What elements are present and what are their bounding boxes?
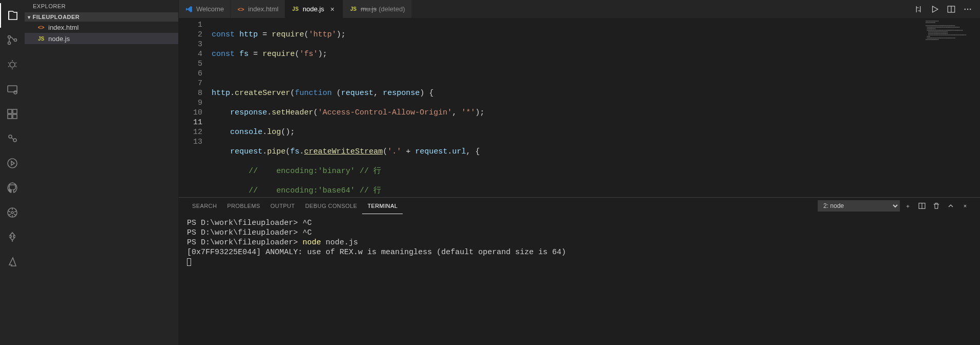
panel-tab-problems[interactable]: PROBLEMS [222, 198, 265, 214]
sidebar-title: EXPLORER [25, 0, 178, 12]
activity-bar [0, 0, 25, 345]
activity-files-icon[interactable] [0, 3, 25, 28]
html-file-icon: <> [237, 5, 245, 13]
svg-rect-7 [13, 109, 17, 113]
svg-point-5 [14, 91, 17, 94]
tab-mu-js[interactable]: JS mu.js (deleted) [343, 0, 411, 18]
tab-node-js[interactable]: JS node.js × [285, 0, 343, 18]
split-terminal-icon[interactable] [915, 199, 929, 213]
compare-icon[interactable] [910, 0, 927, 18]
remote-icon[interactable] [0, 77, 25, 102]
code-editor[interactable]: 12345678910111213 const http = require('… [179, 18, 980, 197]
live-share-icon[interactable] [0, 126, 25, 151]
svg-point-14 [11, 212, 13, 214]
terminal-cursor [187, 258, 191, 266]
editor-tabbar: Welcome <> index.html JS node.js × JS mu… [179, 0, 980, 18]
debug-icon[interactable] [0, 52, 25, 77]
new-terminal-icon[interactable]: ＋ [901, 199, 914, 213]
js-file-icon: JS [37, 34, 45, 43]
bottom-panel: SEARCH PROBLEMS OUTPUT DEBUG CONSOLE TER… [179, 197, 980, 345]
svg-point-17 [967, 8, 968, 9]
svg-rect-6 [8, 109, 12, 113]
split-editor-icon[interactable] [943, 0, 959, 18]
chevron-down-icon: ▾ [28, 14, 31, 20]
minimap[interactable]: ▄▄▄▄▄▄▄▄▄▄▄▄ ▄▄▄▄▄▄▄▄▄ ▄▄▄▄▄▄▄▄▄▄▄▄▄▄▄▄▄… [924, 18, 980, 197]
vscode-icon [185, 5, 193, 13]
svg-point-12 [8, 159, 17, 168]
panel-tab-search[interactable]: SEARCH [187, 198, 222, 214]
svg-point-1 [8, 42, 11, 45]
js-file-icon: JS [291, 5, 299, 13]
file-label: index.html [48, 24, 79, 31]
terminal-body[interactable]: PS D:\work\fileuploader> ^C PS D:\work\f… [179, 214, 980, 345]
tab-suffix: (deleted) [379, 5, 405, 13]
azure-icon[interactable] [0, 250, 25, 274]
terminal-selector[interactable]: 2: node [818, 200, 900, 212]
trash-icon[interactable] [930, 199, 943, 213]
tab-welcome[interactable]: Welcome [179, 0, 231, 18]
sidebar-file-node-js[interactable]: JS node.js [25, 33, 178, 44]
svg-point-2 [14, 39, 17, 42]
kubernetes-icon[interactable] [0, 200, 25, 225]
tab-index-html[interactable]: <> index.html [231, 0, 285, 18]
editor-actions [910, 0, 980, 18]
source-control-icon[interactable] [0, 28, 25, 52]
tab-label: node.js [303, 5, 324, 13]
panel-actions: 2: node ＋ × [818, 199, 972, 213]
tree-icon[interactable] [0, 225, 25, 250]
panel-tab-debug-console[interactable]: DEBUG CONSOLE [300, 198, 362, 214]
explorer-sidebar: EXPLORER ▾ FILEUPLOADER <> index.html JS… [25, 0, 179, 345]
svg-point-16 [965, 8, 966, 9]
svg-point-3 [10, 62, 15, 67]
svg-rect-9 [13, 114, 17, 119]
panel-tab-output[interactable]: OUTPUT [266, 198, 300, 214]
sidebar-file-index-html[interactable]: <> index.html [25, 22, 178, 33]
sidebar-section-header[interactable]: ▾ FILEUPLOADER [25, 12, 178, 22]
play-icon[interactable] [0, 151, 25, 176]
chevron-up-icon[interactable] [944, 199, 957, 213]
extensions-icon[interactable] [0, 102, 25, 126]
editor-wrap: 12345678910111213 const http = require('… [179, 18, 980, 197]
close-panel-icon[interactable]: × [958, 199, 972, 213]
close-icon[interactable]: × [328, 5, 336, 13]
run-icon[interactable] [927, 0, 943, 18]
svg-point-0 [8, 36, 11, 39]
sidebar-section-label: FILEUPLOADER [33, 14, 80, 20]
svg-rect-8 [8, 114, 12, 119]
tab-label: mu.js [361, 5, 376, 13]
main-area: Welcome <> index.html JS node.js × JS mu… [179, 0, 980, 345]
github-icon[interactable] [0, 176, 25, 200]
more-icon[interactable] [959, 0, 976, 18]
panel-tab-terminal[interactable]: TERMINAL [362, 198, 403, 214]
tab-label: Welcome [196, 5, 224, 13]
svg-point-18 [970, 8, 971, 9]
file-label: node.js [48, 35, 70, 43]
panel-tabs: SEARCH PROBLEMS OUTPUT DEBUG CONSOLE TER… [179, 198, 980, 214]
js-file-icon: JS [349, 5, 357, 13]
html-file-icon: <> [37, 23, 45, 31]
tab-label: index.html [248, 5, 278, 13]
code-body[interactable]: const http = require('http'); const fs =… [212, 20, 980, 197]
line-gutter: 12345678910111213 [179, 20, 212, 197]
